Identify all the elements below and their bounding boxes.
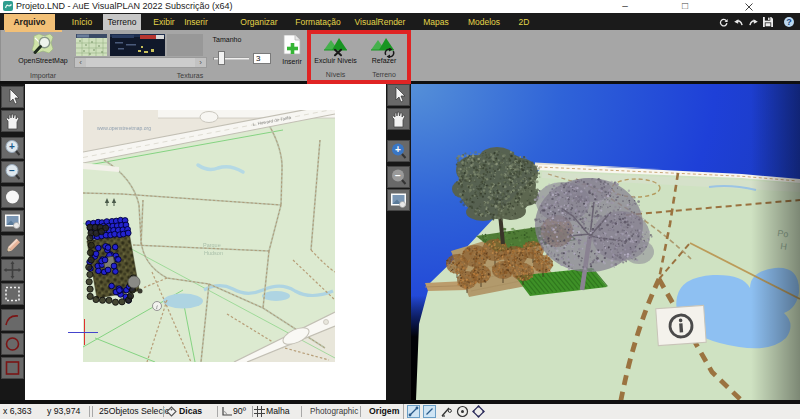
svg-text:−: − [395, 170, 401, 181]
svg-text:+: + [395, 144, 401, 155]
svg-text:www.openstreetmap.org: www.openstreetmap.org [97, 125, 151, 131]
svg-text:+: + [9, 141, 15, 152]
svg-text:−: − [9, 165, 15, 176]
svg-text:i: i [156, 303, 158, 310]
svg-text:Hudson: Hudson [204, 250, 223, 256]
svg-text:Parque: Parque [203, 242, 221, 248]
